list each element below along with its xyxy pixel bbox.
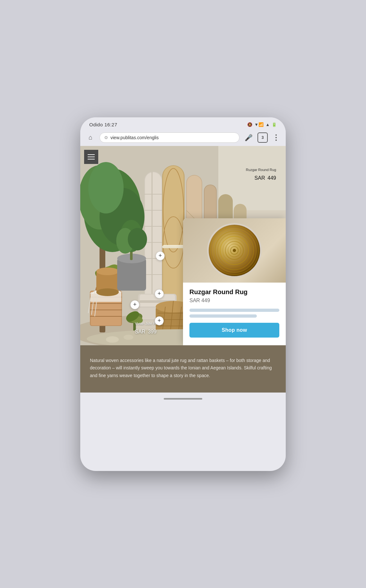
home-indicator[interactable] bbox=[164, 398, 202, 400]
popup-product-name: Ruzgar Round Rug bbox=[189, 288, 279, 296]
product-label-top: Ruzgar Round Rug SAR 449 bbox=[246, 168, 276, 182]
menu-dot-1 bbox=[275, 134, 277, 136]
status-bar: Odido 16:27 🔕 ▼📶 ▲ 🔋 bbox=[80, 117, 286, 131]
url-text: view.publitas.com/englis bbox=[110, 135, 235, 140]
hamburger-line-3 bbox=[88, 159, 95, 159]
plus-button-2[interactable]: + bbox=[156, 251, 165, 260]
catalog-image: Ruzgar Round Rug SAR 449 + + + + Vivian … bbox=[80, 146, 286, 345]
svg-point-77 bbox=[124, 335, 133, 340]
hamburger-line-2 bbox=[88, 157, 95, 157]
hamburger-line-1 bbox=[88, 154, 95, 155]
top-product-name: Ruzgar Round Rug bbox=[246, 168, 276, 172]
status-icons: 🔕 ▼📶 ▲ 🔋 bbox=[247, 122, 277, 127]
plus-button-3[interactable]: + bbox=[155, 289, 164, 298]
svg-point-81 bbox=[106, 336, 119, 343]
svg-point-6 bbox=[88, 162, 124, 213]
menu-dot-3 bbox=[275, 140, 277, 141]
tabs-button[interactable]: 3 bbox=[257, 132, 268, 143]
menu-button[interactable] bbox=[272, 133, 281, 142]
svg-point-78 bbox=[147, 336, 155, 340]
svg-rect-32 bbox=[163, 245, 184, 246]
mic-icon: 🎤 bbox=[245, 134, 253, 141]
bottom-bar bbox=[80, 393, 286, 405]
mic-button[interactable]: 🎤 bbox=[243, 132, 254, 143]
url-settings-icon: ⊙ bbox=[104, 135, 108, 140]
menu-dot-2 bbox=[275, 137, 277, 138]
home-icon: ⌂ bbox=[89, 134, 92, 141]
signal-icon: ▲ bbox=[266, 122, 270, 127]
phone-frame: Odido 16:27 🔕 ▼📶 ▲ 🔋 ⌂ ⊙ view.publitas.c… bbox=[80, 117, 286, 471]
home-button[interactable]: ⌂ bbox=[85, 132, 96, 143]
catalog-description: Natural woven accessories like a natural… bbox=[90, 357, 276, 380]
plus-button-1[interactable]: + bbox=[130, 300, 139, 309]
hamburger-button[interactable] bbox=[84, 150, 98, 164]
rug-image-svg bbox=[205, 222, 263, 279]
svg-point-61 bbox=[96, 288, 119, 296]
bottom-product-price: SAR 399 bbox=[135, 325, 163, 336]
svg-point-60 bbox=[96, 267, 119, 275]
popup-description-line-2 bbox=[189, 314, 257, 318]
browser-bar: ⌂ ⊙ view.publitas.com/englis 🎤 3 bbox=[80, 131, 286, 146]
status-time: Odido 16:27 bbox=[89, 122, 117, 127]
url-bar[interactable]: ⊙ view.publitas.com/englis bbox=[100, 132, 240, 143]
plus-button-4[interactable]: + bbox=[155, 316, 164, 325]
shop-now-button[interactable]: Shop now bbox=[189, 323, 279, 338]
text-section: Natural woven accessories like a natural… bbox=[80, 345, 286, 393]
svg-point-93 bbox=[233, 249, 236, 252]
content-area: Ruzgar Round Rug SAR 449 + + + + Vivian … bbox=[80, 146, 286, 393]
wifi-icon: ▼📶 bbox=[254, 122, 264, 127]
popup-description-line-1 bbox=[189, 309, 279, 312]
popup-price: SAR 449 bbox=[189, 298, 279, 303]
popup-product-image bbox=[183, 218, 286, 283]
svg-point-67 bbox=[128, 228, 147, 250]
battery-icon: 🔋 bbox=[272, 122, 277, 127]
tabs-count: 3 bbox=[262, 135, 264, 140]
mute-icon: 🔕 bbox=[247, 122, 252, 127]
popup-info: Ruzgar Round Rug SAR 449 bbox=[183, 283, 286, 318]
product-popup: Ruzgar Round Rug SAR 449 Shop now bbox=[183, 218, 286, 345]
top-product-price: SAR 449 bbox=[246, 172, 276, 182]
